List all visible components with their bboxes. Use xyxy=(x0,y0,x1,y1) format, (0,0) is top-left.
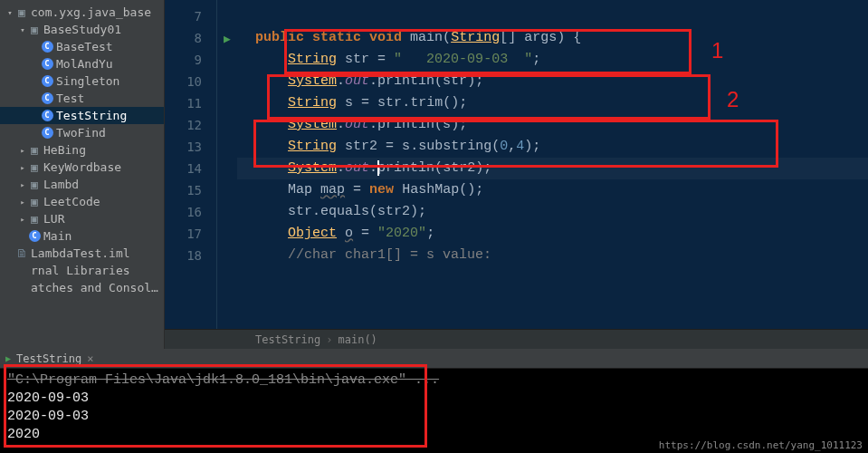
annotation-number-2: 2 xyxy=(727,87,739,112)
tree-item-label: Singleton xyxy=(56,74,164,88)
gutter-slot[interactable] xyxy=(217,71,237,92)
line-number[interactable]: 12 xyxy=(165,114,216,136)
gutter-slot[interactable] xyxy=(217,223,237,245)
code-line[interactable]: System.out.println(s); xyxy=(237,114,868,136)
collapse-icon[interactable]: ▾ xyxy=(5,8,14,17)
console-line: 2020-09-03 xyxy=(7,408,861,426)
tree-item-label: com.yxg.java_base xyxy=(31,5,164,19)
code-line[interactable]: System.out.println(str2); xyxy=(237,158,868,179)
tree-item-label: LUR xyxy=(43,212,164,226)
gutter-slot[interactable] xyxy=(217,201,237,223)
tree-item-label: KeyWordbase xyxy=(43,160,164,174)
tree-item-label: TwoFind xyxy=(56,126,164,140)
class-icon: C xyxy=(40,110,54,121)
folder-icon: ▣ xyxy=(27,195,42,208)
code-line[interactable]: Object o = "2020"; xyxy=(237,223,868,245)
tree-item-label: Test xyxy=(56,92,164,105)
expand-icon[interactable]: ▸ xyxy=(18,215,27,224)
code-line[interactable]: Map map = new HashMap(); xyxy=(237,179,868,201)
line-number[interactable]: 8 xyxy=(165,27,216,49)
code-line[interactable]: //char char1[] = s value: xyxy=(237,245,868,266)
gutter-slot[interactable] xyxy=(217,158,237,179)
tree-item-lambdatest-iml[interactable]: 🗎LambdaTest.iml xyxy=(0,245,164,262)
tree-item-label: Main xyxy=(43,229,164,243)
tree-item-test[interactable]: CTest xyxy=(0,90,164,107)
code-line[interactable]: String str = " 2020-09-03 "; xyxy=(237,49,868,71)
line-number[interactable]: 9 xyxy=(165,49,216,71)
project-tree[interactable]: ▾▣com.yxg.java_base▾▣BaseStudy01CBaseTes… xyxy=(0,0,165,349)
play-icon: ▶ xyxy=(5,353,11,363)
close-icon[interactable]: × xyxy=(87,352,93,365)
expand-icon[interactable]: ▸ xyxy=(18,146,27,155)
code-editor[interactable]: 789101112131415161718 ▶ public static vo… xyxy=(165,0,868,349)
line-number[interactable]: 10 xyxy=(165,71,216,92)
tree-item-hebing[interactable]: ▸▣HeBing xyxy=(0,141,164,159)
breadcrumb-method[interactable]: main() xyxy=(338,333,377,346)
line-number[interactable]: 15 xyxy=(165,179,216,201)
console-line: 2020-09-03 xyxy=(7,390,861,408)
tree-item-main[interactable]: CMain xyxy=(0,227,164,245)
run-tab[interactable]: ▶ TestString × xyxy=(0,349,868,369)
breadcrumb-class[interactable]: TestString xyxy=(255,333,320,346)
tree-item-leetcode[interactable]: ▸▣LeetCode xyxy=(0,193,164,210)
class-icon: C xyxy=(27,230,42,242)
gutter-slot[interactable] xyxy=(217,114,237,136)
run-gutter[interactable]: ▶ xyxy=(217,0,237,329)
code-body[interactable]: public static void main(String[] args) {… xyxy=(237,0,868,329)
collapse-icon[interactable]: ▾ xyxy=(18,25,27,34)
file-icon: 🗎 xyxy=(14,246,29,260)
package-icon: ▣ xyxy=(14,5,29,19)
tree-item-label: rnal Libraries xyxy=(31,264,164,277)
tree-item-teststring[interactable]: CTestString xyxy=(0,107,164,124)
tree-item-rnal-libraries[interactable]: rnal Libraries xyxy=(0,262,164,279)
line-number[interactable]: 14 xyxy=(165,158,216,179)
expand-icon[interactable]: ▸ xyxy=(18,163,27,172)
line-gutter: 789101112131415161718 xyxy=(165,0,217,329)
tree-item-lambd[interactable]: ▸▣Lambd xyxy=(0,176,164,193)
code-line[interactable]: public static void main(String[] args) { xyxy=(237,27,868,49)
tree-item-basetest[interactable]: CBaseTest xyxy=(0,38,164,55)
gutter-slot[interactable] xyxy=(217,136,237,158)
breadcrumbs[interactable]: TestString › main() xyxy=(165,329,868,349)
tree-item-label: BaseTest xyxy=(56,40,164,53)
code-line[interactable]: String s = str.trim(); xyxy=(237,92,868,114)
tree-item-label: atches and Consoles xyxy=(31,281,164,294)
tree-item-twofind[interactable]: CTwoFind xyxy=(0,124,164,141)
line-number[interactable]: 17 xyxy=(165,223,216,245)
annotation-number-1: 1 xyxy=(711,38,723,63)
tree-item-label: LeetCode xyxy=(43,195,164,208)
folder-icon: ▣ xyxy=(27,143,42,157)
class-icon: C xyxy=(40,92,54,104)
gutter-slot[interactable] xyxy=(217,49,237,71)
tree-item-molandyu[interactable]: CMolAndYu xyxy=(0,55,164,72)
watermark: https://blog.csdn.net/yang_1011123 xyxy=(659,439,863,451)
folder-icon: ▣ xyxy=(27,212,42,226)
tree-item-singleton[interactable]: CSingleton xyxy=(0,72,164,90)
tree-item-keywordbase[interactable]: ▸▣KeyWordbase xyxy=(0,159,164,176)
tree-item-com-yxg-java-base[interactable]: ▾▣com.yxg.java_base xyxy=(0,4,164,21)
tree-item-basestudy01[interactable]: ▾▣BaseStudy01 xyxy=(0,21,164,38)
gutter-slot[interactable] xyxy=(217,92,237,114)
code-line[interactable]: System.out.println(str); xyxy=(237,71,868,92)
code-line[interactable]: String str2 = s.substring(0,4); xyxy=(237,136,868,158)
expand-icon[interactable]: ▸ xyxy=(18,198,27,207)
folder-icon: ▣ xyxy=(27,160,42,174)
line-number[interactable]: 18 xyxy=(165,245,216,266)
tree-item-label: MolAndYu xyxy=(56,57,164,71)
run-tab-label: TestString xyxy=(16,352,81,365)
tree-item-lur[interactable]: ▸▣LUR xyxy=(0,210,164,227)
run-line-icon[interactable]: ▶ xyxy=(217,27,237,49)
line-number[interactable]: 11 xyxy=(165,92,216,114)
code-line[interactable]: str.equals(str2); xyxy=(237,201,868,223)
folder-icon: ▣ xyxy=(27,23,42,36)
line-number[interactable]: 13 xyxy=(165,136,216,158)
gutter-slot[interactable] xyxy=(217,245,237,266)
tree-item-atches-and-consoles[interactable]: atches and Consoles xyxy=(0,279,164,296)
code-line[interactable] xyxy=(237,5,868,27)
line-number[interactable]: 7 xyxy=(165,5,216,27)
tree-item-label: TestString xyxy=(56,109,164,122)
gutter-slot[interactable] xyxy=(217,179,237,201)
gutter-slot[interactable] xyxy=(217,5,237,27)
line-number[interactable]: 16 xyxy=(165,201,216,223)
expand-icon[interactable]: ▸ xyxy=(18,180,27,189)
